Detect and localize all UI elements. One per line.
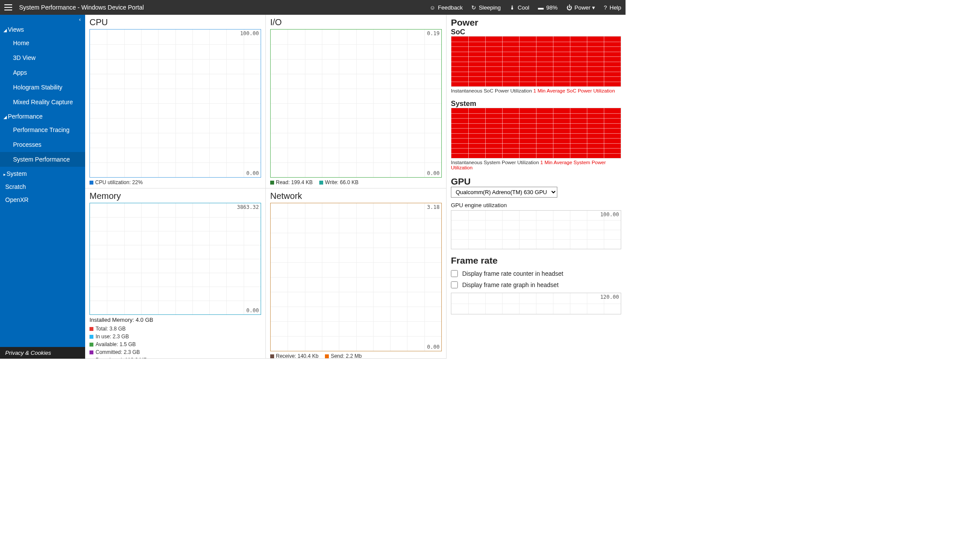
sidebar-item-apps[interactable]: Apps [0, 65, 85, 80]
sidebar-item-openxr[interactable]: OpenXR [0, 193, 85, 206]
sidebar: ‹ ◢Views Home 3D View Apps Hologram Stab… [0, 15, 85, 359]
chart-grid [90, 203, 261, 314]
framerate-graph-toggle[interactable]: Display frame rate graph in headset [451, 281, 621, 288]
soc-label: SoC [451, 28, 621, 36]
chart-grid [271, 203, 441, 351]
memory-legend-row: Total: 3.8 GB [89, 325, 261, 333]
network-chart: 3.18 0.00 [270, 203, 442, 351]
sidebar-item-processes[interactable]: Processes [0, 137, 85, 152]
sidebar-item-home[interactable]: Home [0, 36, 85, 50]
sidebar-item-system-performance[interactable]: System Performance [0, 152, 85, 167]
sidebar-group-system[interactable]: ▸System [0, 167, 85, 180]
network-ymin: 0.00 [427, 344, 440, 350]
gpu-select[interactable]: Qualcomm(R) Adreno(TM) 630 GPU [451, 187, 557, 198]
sidebar-item-hologram-stability[interactable]: Hologram Stability [0, 80, 85, 95]
panel-network: Network 3.18 0.00 Receive: 140.4 Kb Send… [266, 188, 447, 359]
chart-grid [451, 293, 621, 314]
io-ymin: 0.00 [427, 170, 440, 176]
content-grid: CPU 100.00 0.00 CPU utilization: 22% I/O… [85, 15, 626, 359]
network-title: Network [270, 191, 442, 201]
memory-legend-row: Committed: 2.3 GB [89, 348, 261, 356]
framerate-graph-checkbox[interactable] [451, 281, 458, 288]
framerate-chart: 120.00 [451, 293, 621, 314]
io-legend: Read: 199.4 KB Write: 66.0 KB [270, 179, 442, 185]
cpu-title: CPU [89, 17, 261, 27]
gpu-chart: 100.00 [451, 210, 621, 249]
memory-legend: Total: 3.8 GBIn use: 2.3 GBAvailable: 1.… [89, 325, 261, 359]
panel-cpu: CPU 100.00 0.00 CPU utilization: 22% [85, 15, 266, 188]
thermometer-icon: 🌡 [510, 4, 515, 11]
system-power-legend: Instantaneous System Power Utilization 1… [451, 160, 621, 170]
thermal-status[interactable]: 🌡Cool [510, 4, 530, 11]
sidebar-group-views[interactable]: ◢Views [0, 23, 85, 36]
network-ymax: 3.18 [427, 204, 440, 210]
memory-chart: 3863.32 0.00 [89, 203, 261, 315]
io-chart: 0.19 0.00 [270, 29, 442, 178]
framerate-title: Frame rate [451, 255, 621, 266]
system-label: System [451, 99, 621, 108]
sidebar-item-performance-tracing[interactable]: Performance Tracing [0, 122, 85, 137]
chart-grid [451, 36, 621, 86]
sidebar-item-3dview[interactable]: 3D View [0, 50, 85, 65]
system-power-chart [451, 108, 621, 159]
feedback-button[interactable]: ☺Feedback [430, 4, 463, 11]
soc-power-chart [451, 36, 621, 87]
sidebar-group-performance[interactable]: ◢Performance [0, 109, 85, 122]
sidebar-collapse-button[interactable]: ‹ [0, 15, 85, 23]
power-title: Power [451, 17, 621, 28]
panel-io: I/O 0.19 0.00 Read: 199.4 KB Write: 66.0… [266, 15, 447, 188]
page-title: System Performance - Windows Device Port… [19, 4, 144, 11]
cpu-ymin: 0.00 [246, 170, 259, 176]
cpu-chart: 100.00 0.00 [89, 29, 261, 178]
menu-icon[interactable] [4, 4, 12, 10]
memory-legend-row: Paged pool: 112.6 MB [89, 356, 261, 359]
battery-status[interactable]: ▬98% [538, 4, 558, 11]
memory-installed: Installed Memory: 4.0 GB [89, 317, 261, 323]
chart-grid [451, 108, 621, 158]
framerate-counter-checkbox[interactable] [451, 270, 458, 277]
gpu-ymax: 100.00 [600, 211, 619, 218]
power-menu[interactable]: ⏻Power ▾ [566, 4, 595, 11]
memory-legend-row: Available: 1.5 GB [89, 340, 261, 348]
framerate-counter-toggle[interactable]: Display frame rate counter in headset [451, 270, 621, 277]
network-legend: Receive: 140.4 Kb Send: 2.2 Mb [270, 353, 442, 359]
right-column[interactable]: Power SoC Instantaneous SoC Power Utiliz… [447, 15, 626, 359]
memory-ymin: 0.00 [246, 307, 259, 314]
battery-icon: ▬ [538, 4, 544, 11]
gpu-title: GPU [451, 176, 621, 187]
chart-grid [451, 211, 621, 249]
help-button[interactable]: ?Help [604, 4, 621, 11]
sleep-status[interactable]: ↻Sleeping [471, 4, 501, 11]
cpu-ymax: 100.00 [240, 30, 259, 36]
chart-grid [271, 30, 441, 177]
help-icon: ? [604, 4, 607, 11]
chart-grid [90, 30, 261, 177]
panel-memory: Memory 3863.32 0.00 Installed Memory: 4.… [85, 188, 266, 359]
sidebar-item-mixed-reality-capture[interactable]: Mixed Reality Capture [0, 95, 85, 109]
memory-ymax: 3863.32 [237, 204, 259, 210]
memory-legend-row: In use: 2.3 GB [89, 333, 261, 340]
cpu-legend: CPU utilization: 22% [89, 179, 261, 185]
soc-power-legend: Instantaneous SoC Power Utilization 1 Mi… [451, 88, 621, 93]
power-icon: ⏻ [566, 4, 572, 11]
framerate-ymax: 120.00 [600, 294, 619, 300]
topbar: System Performance - Windows Device Port… [0, 0, 626, 15]
gpu-engine-label: GPU engine utilization [451, 202, 621, 208]
io-ymax: 0.19 [427, 30, 440, 36]
memory-title: Memory [89, 191, 261, 201]
history-icon: ↻ [471, 4, 476, 11]
smile-icon: ☺ [430, 4, 435, 11]
privacy-link[interactable]: Privacy & Cookies [0, 347, 85, 359]
sidebar-item-scratch[interactable]: Scratch [0, 180, 85, 193]
io-title: I/O [270, 17, 442, 27]
